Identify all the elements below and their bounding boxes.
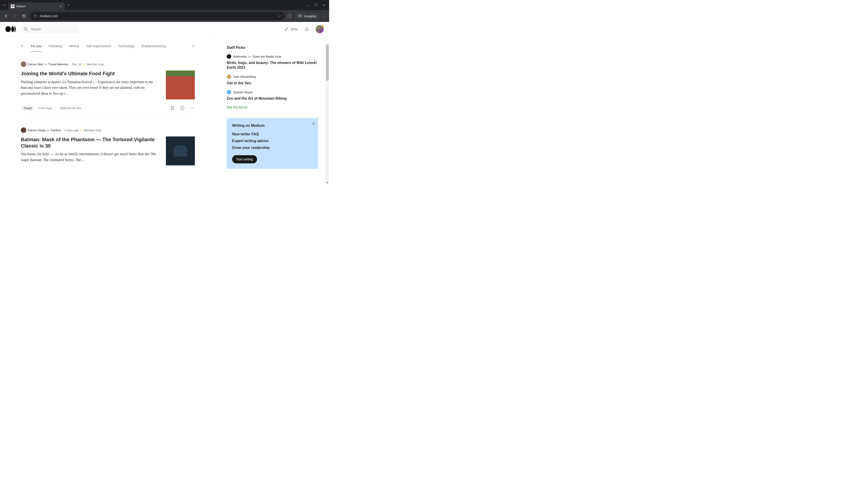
- feed-tabs: + For you Following Writing Self Improve…: [21, 37, 195, 53]
- side-panel-icon[interactable]: [287, 14, 291, 18]
- read-time: 9 min read: [38, 106, 52, 110]
- article-thumbnail[interactable]: [166, 136, 195, 165]
- show-less-icon[interactable]: [180, 106, 185, 111]
- article-title[interactable]: Batman: Mask of the Phantasm — The Tortu…: [21, 136, 157, 149]
- tab-close-icon[interactable]: ✕: [59, 4, 62, 8]
- article-meta: Darren Weir in Travel Memoirs · Dec 10 ✦…: [21, 61, 195, 67]
- promo-close-icon[interactable]: ✕: [312, 121, 315, 126]
- add-topic-button[interactable]: +: [21, 43, 24, 52]
- pick-author[interactable]: Wikimedia: [233, 55, 247, 58]
- tab-technology[interactable]: Technology: [118, 44, 134, 52]
- page-content: Write + For you Following Writing Self I…: [0, 22, 329, 184]
- svg-point-3: [24, 27, 27, 30]
- maximize-icon[interactable]: ❐: [314, 3, 317, 7]
- reload-button[interactable]: [21, 13, 27, 19]
- incognito-label: Incognito: [304, 14, 316, 18]
- svg-point-8: [192, 108, 193, 108]
- staff-pick-item[interactable]: Joan Westenberg Get in the Van.: [227, 74, 318, 86]
- promo-link-faq[interactable]: New writer FAQ: [232, 132, 313, 136]
- pick-title[interactable]: Get in the Van.: [227, 81, 318, 86]
- article-footer: Travel 9 min read · Selected for you: [21, 105, 195, 111]
- pick-title[interactable]: Birds, bugs, and beauty: The winners of …: [227, 61, 318, 70]
- tabs-scroll-right[interactable]: [183, 44, 195, 51]
- tab-favicon-icon: M: [11, 4, 14, 8]
- author-name[interactable]: Darren Weir: [28, 63, 43, 66]
- tab-entrepreneurship[interactable]: Entrepreneurship: [142, 44, 166, 52]
- tab-search-dropdown[interactable]: [2, 2, 7, 8]
- pick-avatar: [227, 90, 231, 94]
- author-avatar[interactable]: [21, 127, 26, 133]
- notifications-button[interactable]: [304, 27, 309, 32]
- tab-writing[interactable]: Writing: [69, 44, 79, 52]
- scrollbar-thumb[interactable]: [326, 44, 329, 80]
- member-only-label: Member-only: [87, 63, 104, 66]
- browser-menu-icon[interactable]: ⋮: [323, 14, 327, 18]
- pick-title[interactable]: Zen and the Art of Mountain Biking: [227, 96, 318, 101]
- minimize-icon[interactable]: —: [306, 3, 309, 7]
- back-button[interactable]: [3, 13, 9, 19]
- more-options-icon[interactable]: [190, 106, 195, 111]
- url-text: medium.com: [40, 14, 275, 18]
- bell-icon: [304, 27, 309, 32]
- search-input[interactable]: [31, 27, 75, 31]
- article-title[interactable]: Joining the World's Ultimate Food Fight: [21, 70, 157, 77]
- bookmark-star-icon[interactable]: ☆: [278, 14, 281, 18]
- address-bar[interactable]: medium.com ☆: [30, 12, 285, 20]
- write-label: Write: [291, 27, 298, 31]
- member-star-icon: ✦: [83, 63, 85, 66]
- close-window-icon[interactable]: ✕: [323, 3, 326, 7]
- incognito-badge[interactable]: Incognito: [295, 13, 319, 19]
- author-name[interactable]: Darren Zouga: [28, 129, 46, 132]
- site-header: Write: [0, 22, 329, 37]
- publication-name[interactable]: Fanfare: [51, 129, 61, 132]
- tab-following[interactable]: Following: [49, 44, 62, 52]
- meta-separator: ·: [62, 129, 63, 132]
- writing-promo-box: ✕ Writing on Medium New writer FAQ Exper…: [227, 118, 318, 169]
- svg-rect-0: [34, 15, 37, 18]
- article-card[interactable]: Darren Weir in Travel Memoirs · Dec 10 ✦…: [21, 53, 195, 119]
- publication-name[interactable]: Travel Memoirs: [49, 63, 68, 66]
- tab-self-improvement[interactable]: Self Improvement: [86, 44, 111, 52]
- main-feed: + For you Following Writing Self Improve…: [0, 37, 216, 184]
- staff-pick-item[interactable]: Wikimedia in Down the Rabbit Hole Birds,…: [227, 54, 318, 70]
- promo-link-advice[interactable]: Expert writing advice: [232, 139, 313, 143]
- article-card[interactable]: Darren Zouga in Fanfare · 4 days ago ✦ M…: [21, 119, 195, 173]
- promo-link-readership[interactable]: Grow your readership: [232, 146, 313, 150]
- write-icon: [284, 27, 289, 32]
- write-button[interactable]: Write: [284, 27, 298, 32]
- browser-toolbar: medium.com ☆ Incognito ⋮: [0, 10, 329, 22]
- selected-for-you: Selected for you: [60, 106, 81, 110]
- scrollbar-down-icon[interactable]: ▼: [326, 181, 329, 184]
- see-full-list-link[interactable]: See the full list: [227, 105, 318, 109]
- sidebar: Staff Picks Wikimedia in Down the Rabbit…: [216, 37, 329, 184]
- medium-logo[interactable]: [5, 26, 16, 32]
- svg-rect-1: [288, 15, 291, 18]
- site-info-icon[interactable]: [33, 14, 37, 18]
- search-box[interactable]: [20, 25, 79, 34]
- pick-publication[interactable]: Down the Rabbit Hole: [252, 55, 281, 58]
- tab-for-you[interactable]: For you: [31, 44, 41, 52]
- pick-author[interactable]: Quentin Septer: [233, 91, 253, 94]
- staff-pick-item[interactable]: Quentin Septer Zen and the Art of Mounta…: [227, 90, 318, 101]
- start-writing-button[interactable]: Start writing: [232, 155, 257, 163]
- meta-separator: ·: [55, 106, 56, 110]
- browser-tab-active[interactable]: M Medium ✕: [8, 2, 65, 10]
- forward-button[interactable]: [12, 13, 18, 19]
- tab-title: Medium: [16, 5, 57, 8]
- bookmark-icon[interactable]: [170, 106, 175, 111]
- article-excerpt: You know, for kids! — As far as family e…: [21, 151, 157, 163]
- pick-author[interactable]: Joan Westenberg: [233, 75, 256, 78]
- publish-date: 4 days ago: [64, 129, 79, 132]
- publish-date: Dec 10: [72, 63, 81, 66]
- author-avatar[interactable]: [21, 61, 26, 67]
- topic-tag[interactable]: Travel: [21, 105, 34, 111]
- meta-in: in: [45, 63, 47, 66]
- new-tab-button[interactable]: +: [67, 3, 70, 7]
- incognito-icon: [298, 14, 302, 18]
- meta-in: in: [248, 55, 251, 58]
- pick-avatar: [227, 74, 231, 79]
- article-thumbnail[interactable]: [166, 70, 195, 99]
- logo-shape: [5, 26, 11, 32]
- user-avatar[interactable]: [315, 25, 324, 33]
- article-meta: Darren Zouga in Fanfare · 4 days ago ✦ M…: [21, 127, 195, 133]
